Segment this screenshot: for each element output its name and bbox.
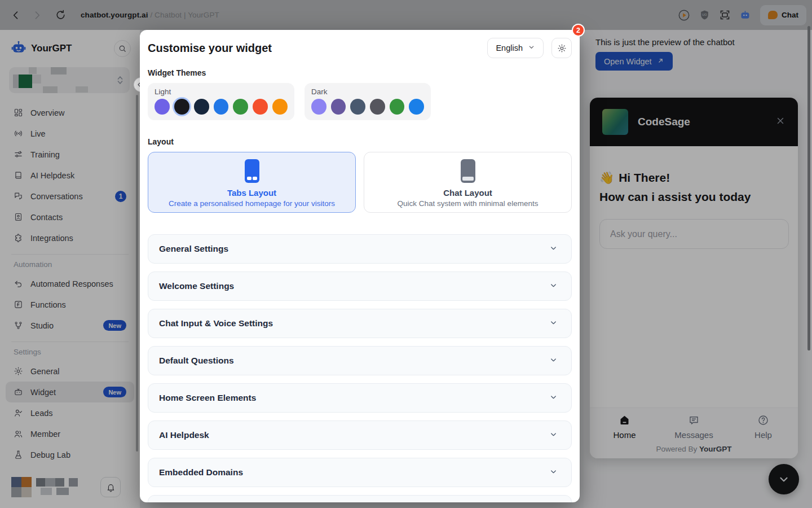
accordion-home-screen-elements[interactable]: Home Screen Elements <box>148 383 572 413</box>
dark-theme-swatch-6[interactable] <box>409 99 424 115</box>
light-label: Light <box>155 87 288 96</box>
chat-layout-icon <box>461 159 475 183</box>
light-theme-swatch-7[interactable] <box>272 99 288 115</box>
dark-theme-swatch-4[interactable] <box>370 99 385 115</box>
customise-widget-modal: Customise your widget English Widget The… <box>140 30 580 502</box>
dark-theme-swatch-3[interactable] <box>350 99 365 115</box>
accordion-ai-helpdesk[interactable]: AI Helpdesk <box>148 421 572 450</box>
chevron-down-icon <box>549 393 558 404</box>
tabs-layout-option[interactable]: Tabs Layout Create a personalised homepa… <box>148 152 356 213</box>
dark-theme-swatch-2[interactable] <box>331 99 346 115</box>
light-theme-swatch-3[interactable] <box>194 99 209 115</box>
dark-themes-group: Dark <box>304 83 431 120</box>
accordion-general-settings[interactable]: General Settings <box>148 234 572 264</box>
dark-theme-swatch-5[interactable] <box>390 99 405 115</box>
language-select[interactable]: English <box>487 38 544 58</box>
chevron-down-icon <box>549 318 558 329</box>
accordion-chat-input-voice-settings[interactable]: Chat Input & Voice Settings <box>148 309 572 338</box>
tabs-layout-icon <box>245 159 259 183</box>
light-theme-swatch-5[interactable] <box>233 99 248 115</box>
chevron-down-icon <box>528 43 535 52</box>
accordion-partial[interactable] <box>148 495 572 502</box>
notification-count-badge: 2 <box>572 24 585 37</box>
accordion-embedded-domains[interactable]: Embedded Domains <box>148 458 572 487</box>
dark-theme-swatch-1[interactable] <box>311 99 326 115</box>
widget-settings-gear-icon[interactable] <box>551 38 572 58</box>
modal-title: Customise your widget <box>148 42 272 55</box>
layout-heading: Layout <box>148 137 572 146</box>
light-theme-swatch-1[interactable] <box>155 99 170 115</box>
accordion-welcome-settings[interactable]: Welcome Settings <box>148 271 572 301</box>
chat-layout-option[interactable]: Chat Layout Quick Chat system with minim… <box>364 152 572 213</box>
light-theme-swatch-6[interactable] <box>253 99 268 115</box>
accordion-default-questions[interactable]: Default Questions <box>148 346 572 375</box>
dark-label: Dark <box>311 87 424 96</box>
chevron-down-icon <box>549 244 558 255</box>
light-theme-swatch-2-selected[interactable] <box>174 99 189 115</box>
chevron-down-icon <box>549 356 558 366</box>
widget-themes-heading: Widget Themes <box>148 68 572 77</box>
light-themes-group: Light <box>148 83 294 120</box>
chevron-down-icon <box>549 430 558 441</box>
chevron-down-icon <box>549 467 558 478</box>
chevron-down-icon <box>549 281 558 292</box>
light-theme-swatch-4[interactable] <box>214 99 229 115</box>
